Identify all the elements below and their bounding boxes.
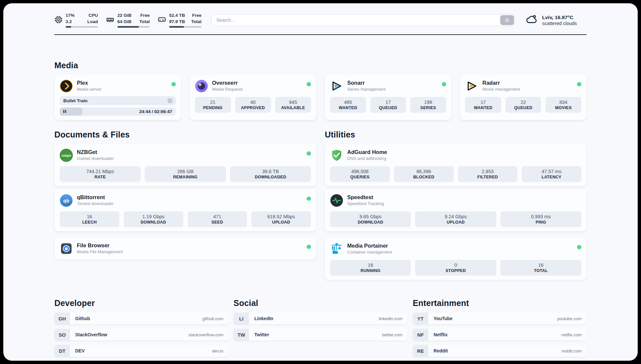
bookmark-dev[interactable]: DT DEV dev.to [54, 345, 228, 357]
sonarr-icon [330, 79, 343, 93]
stat-latency: 47.57 msLATENCY [522, 166, 581, 182]
section-title-entertainment: Entertainment [413, 298, 587, 308]
app-card-sonarr[interactable]: Sonarr Series management 485WANTED 17QUE… [325, 75, 451, 120]
app-subtitle: Media File Management [77, 249, 123, 254]
memory-total-label: Total [139, 19, 150, 25]
app-card-filebrowser[interactable]: File Browser Media File Management [54, 238, 316, 259]
media-grid: Plex Media server Bullet Train [54, 75, 587, 120]
bookmark-domain: github.com [202, 316, 224, 321]
app-card-plex[interactable]: Plex Media server Bullet Train [54, 75, 181, 120]
cpu-loadavg: 3.2 [66, 19, 75, 25]
app-card-adguard[interactable]: AdGuard Home DNS and adblocking 498,508Q… [325, 144, 587, 186]
video-icon [167, 98, 173, 104]
bookmark-reddit[interactable]: RE Reddit reddit.com [413, 345, 587, 357]
stat-pending: 21PENDING [195, 97, 231, 113]
pause-icon[interactable] [63, 109, 67, 115]
app-title: Overseerr [212, 80, 243, 86]
stat-wanted: 17WANTED [465, 97, 501, 113]
app-title: Media Portainer [347, 243, 392, 249]
app-title: Radarr [482, 80, 520, 86]
bookmark-youtube[interactable]: YT YouTube youtube.com [413, 313, 587, 324]
weather-widget: Lviv, 16.87°C scattered clouds [526, 13, 587, 27]
status-online-dot [307, 197, 311, 201]
weather-location-temp: Lviv, 16.87°C [542, 15, 577, 20]
stat-upload: 618.52 MbpsUPLOAD [251, 211, 311, 227]
app-title: AdGuard Home [347, 149, 387, 155]
bookmark-abbr: LI [233, 313, 249, 324]
memory-total: 64 GiB [117, 19, 132, 25]
app-subtitle: Movie management [482, 87, 520, 92]
status-online-dot [171, 82, 176, 86]
app-subtitle: Usenet downloader [77, 156, 114, 161]
stat-blocked: 86,396BLOCKED [394, 166, 454, 182]
search-input[interactable] [211, 14, 515, 26]
svg-text:qb: qb [63, 198, 69, 203]
weather-condition: scattered clouds [542, 21, 577, 26]
dashboard-page: 17%3.2 CPULoad 22 GiB64 GiB FreeTotal [3, 3, 638, 361]
bookmark-group-developer: Developer GH Github github.com SO StackO… [54, 298, 228, 361]
search-box: G [211, 14, 515, 26]
app-title: Sonarr [347, 80, 385, 86]
app-title: Plex [77, 80, 102, 86]
search-provider-button[interactable]: G [500, 15, 514, 25]
disk-total-label: Total [191, 19, 201, 25]
header-divider [54, 34, 587, 35]
bookmark-abbr: NF [413, 329, 428, 341]
stat-queued: 22QUEUED [505, 97, 541, 113]
utilities-column: Utilities AdGuard Home DNS and adblockin… [325, 130, 587, 280]
app-subtitle: Container management [347, 250, 392, 255]
bookmark-github[interactable]: GH Github github.com [54, 313, 228, 324]
section-title-social: Social [233, 298, 407, 308]
app-card-speedtest[interactable]: Speedtest Speedtest Tracking 9.65 GbpsDO… [325, 189, 587, 231]
app-subtitle: Series management [347, 87, 385, 92]
stat-download: 9.65 GbpsDOWNLOAD [330, 211, 411, 227]
app-title: Speedtest [347, 194, 384, 200]
bookmark-name: Netflix [434, 332, 448, 337]
bookmark-name: StackOverflow [75, 332, 107, 337]
speedtest-icon [330, 194, 343, 207]
cpu-icon [54, 15, 63, 25]
cpu-progress [66, 26, 98, 28]
bookmark-abbr: SO [54, 329, 70, 341]
stat-available: 945AVAILABLE [275, 97, 311, 113]
stat-download: 1.19 GbpsDOWNLOAD [124, 211, 183, 227]
cloud-icon [526, 13, 538, 27]
memory-widget: 22 GiB64 GiB FreeTotal [106, 13, 150, 28]
app-subtitle: DNS and adblocking [347, 156, 387, 161]
app-subtitle: Media server [77, 87, 102, 92]
app-subtitle: Speedtest Tracking [347, 201, 384, 206]
bookmark-stackoverflow[interactable]: SO StackOverflow stackoverflow.com [54, 329, 228, 341]
status-online-dot [577, 82, 581, 86]
app-title: qBittorrent [77, 194, 113, 200]
stat-series: 196SERIES [410, 97, 446, 113]
playback-progress-fill [60, 107, 82, 116]
app-card-portainer[interactable]: Media Portainer Container management 16R… [325, 238, 587, 280]
bookmark-name: LinkedIn [254, 316, 273, 321]
bookmark-linkedin[interactable]: LI LinkedIn linkedin.com [233, 313, 407, 324]
disk-free: 52.4 TB [169, 13, 185, 18]
stat-queries: 498,508QUERIES [330, 166, 390, 182]
bookmark-netflix[interactable]: NF Netflix netflix.com [413, 329, 587, 341]
stat-rate: 744.21 MbpsRATE [60, 166, 140, 182]
app-title: File Browser [77, 242, 123, 249]
disk-widget: 52.4 TB97.9 TB FreeTotal [158, 13, 201, 28]
cpu-load-label: Load [87, 19, 98, 25]
bookmark-domain: reddit.com [562, 349, 582, 353]
app-card-qbittorrent[interactable]: qb qBittorrent Torrent downloader 16LEEC… [54, 189, 316, 231]
stat-movies: 834MOVIES [545, 97, 581, 113]
cpu-percent: 17% [66, 13, 75, 18]
app-card-radarr[interactable]: Radarr Movie management 17WANTED 22QUEUE… [460, 75, 587, 120]
section-title-developer: Developer [54, 298, 228, 308]
bookmark-abbr: TW [233, 329, 249, 341]
app-card-nzbget[interactable]: nzbget NZBGet Usenet downloader 744.21 M… [54, 144, 316, 186]
bookmark-twitter[interactable]: TW Twitter twitter.com [233, 329, 407, 341]
bookmark-domain: linkedin.com [379, 316, 402, 321]
bookmark-abbr: DT [54, 345, 70, 357]
bookmark-domain: netflix.com [561, 332, 582, 337]
disk-free-label: Free [191, 13, 201, 18]
disk-icon [158, 15, 166, 25]
disk-total: 97.9 TB [169, 19, 185, 25]
app-card-overseerr[interactable]: Overseerr Media Requests 21PENDING 40APP… [190, 75, 316, 120]
overseerr-icon [195, 79, 208, 93]
resource-widgets: 17%3.2 CPULoad 22 GiB64 GiB FreeTotal [54, 13, 201, 28]
